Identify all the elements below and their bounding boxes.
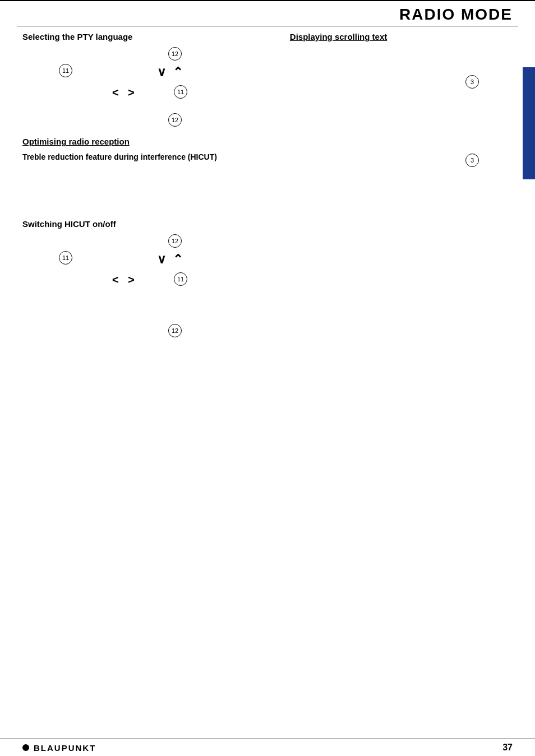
right-arrow-hicut: > bbox=[128, 273, 135, 286]
circle-3-bottom: 3 bbox=[465, 154, 479, 167]
scrolling-text-title: Displaying scrolling text bbox=[290, 32, 513, 41]
up-arrow-hicut: ⌃ bbox=[173, 252, 183, 267]
optimising-section: Optimising radio reception Treble reduct… bbox=[22, 137, 268, 163]
circle-3-top: 3 bbox=[465, 75, 479, 89]
switching-hicut-title: Switching HICUT on/off bbox=[22, 219, 268, 229]
bottom-diagram: 12 bbox=[22, 318, 268, 352]
hicut-subtitle: Treble reduction feature during interfer… bbox=[22, 152, 268, 163]
footer: BLAUPUNKT 37 bbox=[0, 739, 535, 756]
scrolling-diagram-bottom: 3 bbox=[290, 126, 513, 170]
left-arrow-hicut: < bbox=[112, 273, 119, 286]
main-content: Selecting the PTY language 12 ∨ ⌃ 11 < >… bbox=[0, 26, 535, 363]
switching-hicut-section: Switching HICUT on/off 12 ∨ ⌃ 11 < > 11 bbox=[22, 219, 268, 307]
circle-11-hicut-right: 11 bbox=[174, 272, 187, 286]
brand-dot-icon bbox=[22, 744, 29, 751]
page-title: RADIO MODE bbox=[399, 6, 513, 24]
circle-12-hicut-top: 12 bbox=[168, 234, 182, 248]
right-arrow-pty: > bbox=[128, 86, 135, 99]
header-bar: RADIO MODE bbox=[0, 0, 535, 26]
brand-name: BLAUPUNKT bbox=[34, 743, 96, 753]
pty-diagram-top: 12 ∨ ⌃ 11 < > 11 12 bbox=[22, 47, 268, 120]
page-number: 37 bbox=[502, 743, 513, 753]
brand-logo: BLAUPUNKT bbox=[22, 743, 96, 753]
scrolling-diagram-top: 3 bbox=[290, 47, 513, 92]
circle-12-pty-top: 12 bbox=[168, 47, 182, 61]
circle-11-pty-right: 11 bbox=[174, 85, 187, 99]
circle-12-bottom: 12 bbox=[168, 324, 182, 337]
hicut-diagram: 12 ∨ ⌃ 11 < > 11 bbox=[22, 234, 268, 307]
pty-language-title: Selecting the PTY language bbox=[22, 32, 268, 41]
left-arrow-pty: < bbox=[112, 86, 119, 99]
circle-11-hicut-left: 11 bbox=[59, 251, 72, 265]
circle-11-pty-left: 11 bbox=[59, 64, 72, 77]
up-arrow-pty: ⌃ bbox=[173, 65, 183, 80]
circle-12-pty-bottom: 12 bbox=[168, 113, 182, 127]
down-arrow-hicut: ∨ bbox=[157, 252, 166, 267]
scrolling-text-section: Displaying scrolling text 3 3 bbox=[290, 32, 513, 170]
optimising-title: Optimising radio reception bbox=[22, 137, 268, 146]
right-column: Displaying scrolling text 3 3 bbox=[279, 32, 513, 352]
left-column: Selecting the PTY language 12 ∨ ⌃ 11 < >… bbox=[22, 32, 279, 352]
down-arrow-pty: ∨ bbox=[157, 65, 166, 80]
pty-language-section: Selecting the PTY language 12 ∨ ⌃ 11 < >… bbox=[22, 32, 268, 120]
